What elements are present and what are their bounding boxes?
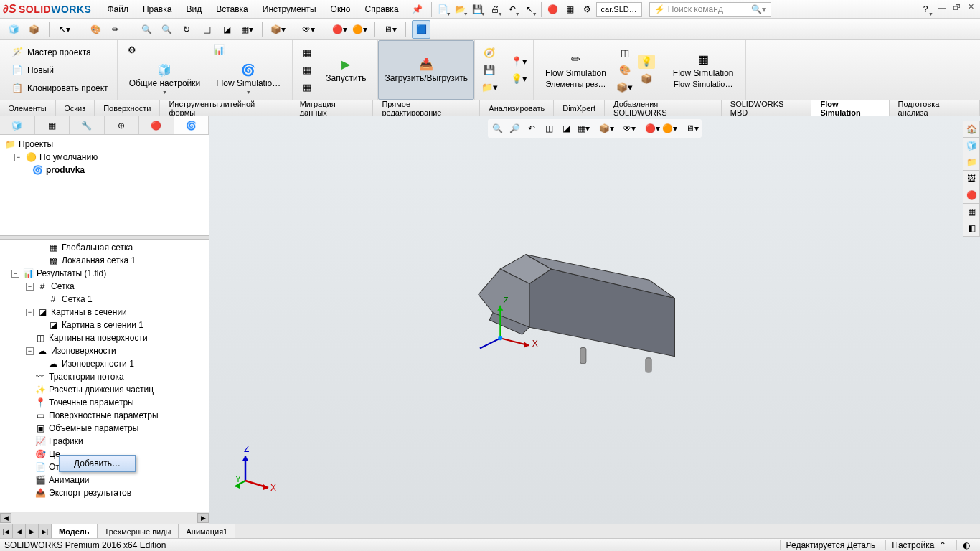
taskpane-resources[interactable]: 🧊 [963,137,980,154]
flow-sim-db-button[interactable]: ▦Flow SimulationFlow Simulatio… [667,50,740,91]
rebuild-button[interactable]: 🔴 [545,1,562,17]
rb-icon-d1[interactable]: 📍▾ [510,55,527,69]
bottom-tab-3dviews[interactable]: Трехмерные виды [98,524,179,538]
vt-hide[interactable]: 👁▾ [621,121,637,136]
panel-tab-appearance[interactable]: 🔴 [139,116,174,134]
vt-vieworient[interactable]: ▦▾ [575,121,591,136]
tab-migration[interactable]: Миграция данных [291,100,374,116]
scroll-left-icon[interactable]: ◀ [0,513,11,523]
tree-export-results[interactable]: 📤Экспорт результатов [1,486,207,499]
tab-surfaces[interactable]: Поверхности [95,100,160,116]
qt-zoom[interactable]: 🔍 [137,20,156,39]
close-button[interactable]: ✕ [964,1,977,13]
rb-icon-c3[interactable]: 📁▾ [481,80,498,95]
menu-view[interactable]: Вид [179,1,209,17]
vt-section2[interactable]: ◪ [558,121,574,136]
tree-surface-plots[interactable]: ◫Картины на поверхности [1,331,207,344]
new-doc-button[interactable]: 📄▼ [435,1,452,17]
undo-button[interactable]: ↶▼ [504,1,521,17]
tree-volume-params[interactable]: ▣Объемные параметры [1,422,207,435]
qt-rotate[interactable]: ↻ [177,20,196,39]
vt-display[interactable]: 📦▾ [598,121,614,136]
qt-sphere2[interactable]: 🟠▾ [350,20,369,39]
qt-shaded[interactable]: 🟦 [412,20,430,39]
qt-eye[interactable]: 👁▾ [299,20,318,39]
tab-nav-next[interactable]: ▶ [26,524,39,538]
qt-btn-1[interactable]: 🧊 [4,20,23,39]
panel-tab-config[interactable]: 🔧 [70,116,105,134]
tab-direct-edit[interactable]: Прямое редактирование [373,100,480,116]
taskpane-appearance[interactable]: 🔴 [963,187,980,204]
settings-button[interactable]: ⚙ [579,1,596,17]
context-menu-add[interactable]: Добавить… [59,455,136,472]
vt-zoomfit[interactable]: 🔍 [489,121,505,136]
rb-icon-e1[interactable]: ◫ [616,46,633,60]
flow-simulation-elements-button[interactable]: ✏ Flow Simulation Элементы рез… [540,50,612,91]
vt-appear2[interactable]: 🟠▾ [661,121,677,136]
qt-btn-2[interactable]: 📦 [24,20,43,39]
panel-hscroll[interactable]: ◀ ▶ [0,512,209,524]
project-wizard-button[interactable]: 🪄Мастер проекта [9,45,111,60]
rb-icon-b3[interactable]: ▦ [298,80,316,95]
qt-screen[interactable]: 🖥▾ [381,20,400,39]
help-dropdown[interactable]: ?▼ [917,1,934,17]
tree-particle-studies[interactable]: ✨Расчеты движения частиц [1,383,207,396]
tree-animations[interactable]: 🎬Анимации [1,474,207,486]
projects-tree[interactable]: 📁Проекты −🟡По умолчанию 🌀produvka [0,135,209,235]
vt-prev[interactable]: ↶ [524,121,540,136]
status-custom-button[interactable]: Настройка ⌃ [885,540,952,550]
qt-sphere1[interactable]: 🔴▾ [330,20,349,39]
rb-icon-f2[interactable]: 📦 [638,72,655,86]
panel-tab-feature[interactable]: 🧊 [0,116,35,134]
minimize-button[interactable]: — [936,1,948,13]
qt-view[interactable]: ▦▾ [237,20,256,39]
rb-icon-c1[interactable]: 🧭 [481,46,498,60]
qt-select[interactable]: ↖▾ [55,20,74,39]
tab-sketch[interactable]: Эскиз [56,100,95,116]
tree-local-mesh[interactable]: ▩Локальная сетка 1 [1,254,207,267]
tab-nav-first[interactable]: |◀ [0,524,13,538]
tab-nav-last[interactable]: ▶| [39,524,52,538]
tree-cut-plots[interactable]: −◪Картины в сечении [1,306,207,319]
tree-mesh1[interactable]: #Сетка 1 [1,293,207,306]
bottom-tab-animation1[interactable]: Анимация1 [179,524,235,538]
tree-surface-params[interactable]: ▭Поверхностные параметры [1,409,207,422]
tab-elements[interactable]: Элементы [0,100,56,116]
tab-nav-prev[interactable]: ◀ [13,524,26,538]
tab-mold[interactable]: Инструменты литейной формы [160,100,291,116]
3d-viewport[interactable]: 🔍 🔎 ↶ ◫ ◪ ▦▾ 📦▾ 👁▾ 🔴▾ 🟠▾ 🖥▾ [209,116,980,524]
rb-icon-d2[interactable]: 💡▾ [510,72,527,86]
vt-appear1[interactable]: 🔴▾ [644,121,660,136]
flow-sim-features-button[interactable]: 🌀Flow Simulatio…▼ [210,60,286,98]
tree-produvka[interactable]: 🌀produvka [1,164,207,176]
collapse-icon[interactable]: − [26,309,34,316]
tab-mbd[interactable]: SOLIDWORKS MBD [722,100,812,116]
panel-tab-property[interactable]: ▦ [35,116,70,134]
vt-zoomarea[interactable]: 🔎 [507,121,522,136]
scroll-right-icon[interactable]: ▶ [197,513,209,523]
rb-icon-b2[interactable]: ▦ [298,63,316,77]
taskpane-home[interactable]: 🏠 [963,121,980,138]
status-icon[interactable]: ◐ [956,540,976,550]
tree-flow-trajectories[interactable]: 〰Траектории потока [1,370,207,383]
tree-global-mesh[interactable]: ▦Глобальная сетка [1,241,207,254]
taskpane-forum[interactable]: ◧ [963,220,980,237]
collapse-icon[interactable]: − [11,270,19,278]
tree-mesh[interactable]: −#Сетка [1,280,207,293]
menu-window[interactable]: Окно [324,1,358,17]
panel-tab-flow[interactable]: 🌀 [174,116,209,134]
filename-field[interactable]: car.SLD… [596,2,642,17]
rb-icon-a1[interactable]: ⚙ [123,42,207,57]
qt-box[interactable]: 📦▾ [268,20,287,39]
tree-default[interactable]: −🟡По умолчанию [1,151,207,164]
load-unload-button[interactable]: 📥Загрузить/Выгрузить [378,40,474,100]
tab-addins[interactable]: Добавления SOLIDWORKS [605,100,722,116]
open-button[interactable]: 📂▼ [452,1,469,17]
qt-section[interactable]: ◫ [197,20,216,39]
tree-results[interactable]: −📊Результаты (1.fld) [1,267,207,280]
vt-section[interactable]: ◫ [541,121,557,136]
tree-point-params[interactable]: 📍Точечные параметры [1,396,207,409]
clone-project-button[interactable]: 📋Клонировать проект [9,81,111,95]
run-button[interactable]: ▶Запустить [320,55,372,86]
rb-icon-b1[interactable]: ▦ [298,46,316,60]
